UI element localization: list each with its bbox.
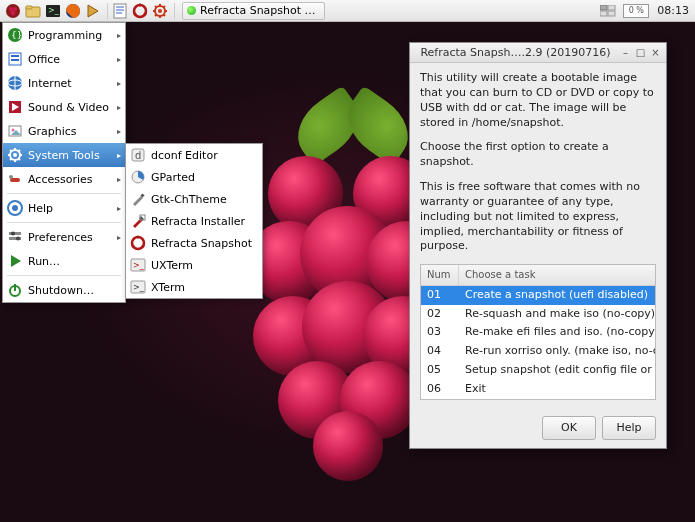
dialog-titlebar[interactable]: Refracta Snapsh….2.9 (20190716) – □ × (410, 43, 666, 63)
minimize-button[interactable]: – (619, 46, 632, 59)
svg-point-16 (134, 12, 137, 15)
menu-item-label: Accessories (28, 173, 112, 186)
submenu-arrow-icon: ▸ (117, 175, 121, 184)
app-menu-icon[interactable] (4, 2, 22, 20)
svg-point-18 (158, 9, 162, 13)
clock[interactable]: 08:13 (653, 4, 689, 17)
submenu-arrow-icon: ▸ (117, 127, 121, 136)
submenu-arrow-icon: ▸ (117, 55, 121, 64)
text-editor-icon[interactable] (111, 2, 129, 20)
menu-item-office[interactable]: Office▸ (3, 47, 125, 71)
menu-item-shutdown[interactable]: Shutdown… (3, 278, 125, 302)
graphics-icon (7, 123, 23, 139)
task-row[interactable]: 06Exit (421, 380, 655, 399)
geany-icon[interactable] (84, 2, 102, 20)
menu-item-preferences[interactable]: Preferences▸ (3, 225, 125, 249)
dialog-paragraph-2: Choose the first option to create a snap… (420, 140, 656, 170)
menu-item-graphics[interactable]: Graphics▸ (3, 119, 125, 143)
task-row[interactable]: 01Create a snapshot (uefi disabled) (421, 286, 655, 305)
svg-text:{}: {} (11, 30, 22, 40)
submenu-item-refracta-snapshot[interactable]: Refracta Snapshot (126, 232, 262, 254)
office-icon (7, 51, 23, 67)
task-label: Re-make efi files and iso. (no-copy) (ue… (459, 323, 655, 342)
svg-text:>_: >_ (133, 261, 145, 270)
menu-item-label: Graphics (28, 125, 112, 138)
svg-point-55 (137, 236, 140, 239)
submenu-arrow-icon: ▸ (117, 79, 121, 88)
task-row[interactable]: 05Setup snapshot (edit config file or ex… (421, 361, 655, 380)
task-num: 02 (421, 305, 459, 324)
svg-point-3 (11, 10, 16, 15)
menu-item-programming[interactable]: {}Programming▸ (3, 23, 125, 47)
task-label: Refracta Snapshot … (200, 4, 316, 17)
preferences-icon (7, 229, 23, 245)
column-num[interactable]: Num (421, 265, 459, 285)
task-label: Re-run xorriso only. (make iso, no-copy,… (459, 342, 655, 361)
maximize-button[interactable]: □ (634, 46, 647, 59)
task-row[interactable]: 04Re-run xorriso only. (make iso, no-cop… (421, 342, 655, 361)
menu-item-internet[interactable]: Internet▸ (3, 71, 125, 95)
svg-text:>_: >_ (133, 283, 145, 292)
dialog-paragraph-1: This utility will create a bootable imag… (420, 71, 656, 130)
task-label: Create a snapshot (uefi disabled) (459, 286, 655, 305)
ok-button[interactable]: OK (542, 416, 596, 440)
menu-item-help[interactable]: Help▸ (3, 196, 125, 220)
submenu-item-xterm[interactable]: >_XTerm (126, 276, 262, 298)
svg-rect-39 (9, 175, 13, 179)
menu-item-sound-video[interactable]: Sound & Video▸ (3, 95, 125, 119)
task-label: Re-squash and make iso (no-copy) (459, 305, 655, 324)
cpu-monitor[interactable]: 0 % (623, 4, 649, 18)
menu-item-label: Help (28, 202, 112, 215)
task-status-dot (187, 6, 196, 15)
svg-point-15 (144, 12, 147, 15)
submenu-arrow-icon: ▸ (117, 103, 121, 112)
submenu-item-label: Refracta Snapshot (151, 237, 258, 250)
submenu-item-refracta-installer[interactable]: Refracta Installer (126, 210, 262, 232)
internet-icon (7, 75, 23, 91)
submenu-item-uxterm[interactable]: >_UXTerm (126, 254, 262, 276)
help-button[interactable]: Help (602, 416, 656, 440)
refracta-taskbar-icon[interactable] (131, 2, 149, 20)
terminal-icon[interactable]: >_ (44, 2, 62, 20)
file-manager-icon[interactable] (24, 2, 42, 20)
menu-item-label: Run… (28, 255, 121, 268)
menu-separator (7, 222, 121, 223)
svg-point-45 (16, 237, 20, 241)
menu-separator (7, 275, 121, 276)
help-icon (7, 200, 23, 216)
menu-item-label: System Tools (28, 149, 112, 162)
accessories-icon (7, 171, 23, 187)
sound-video-icon (7, 99, 23, 115)
menu-item-label: Preferences (28, 231, 112, 244)
refracta-installer-icon (130, 213, 146, 229)
menu-item-run[interactable]: Run… (3, 249, 125, 273)
firefox-icon[interactable] (64, 2, 82, 20)
task-num: 01 (421, 286, 459, 305)
submenu-item-label: XTerm (151, 281, 258, 294)
task-num: 04 (421, 342, 459, 361)
pager-icon[interactable] (599, 2, 617, 20)
menu-item-accessories[interactable]: Accessories▸ (3, 167, 125, 191)
submenu-item-dconf-editor[interactable]: ddconf Editor (126, 144, 262, 166)
system-tools-submenu: ddconf EditorGPartedGtk-ChThemeRefracta … (125, 143, 263, 299)
settings-icon[interactable] (151, 2, 169, 20)
menu-item-label: Sound & Video (28, 101, 112, 114)
taskbar-task-refracta[interactable]: Refracta Snapshot … (182, 2, 325, 20)
task-row[interactable]: 03Re-make efi files and iso. (no-copy) (… (421, 323, 655, 342)
svg-marker-46 (11, 255, 21, 267)
svg-point-56 (142, 245, 145, 248)
menu-item-system-tools[interactable]: System Tools▸ (3, 143, 125, 167)
task-list-header: Num Choose a task (421, 265, 655, 286)
column-task[interactable]: Choose a task (459, 265, 655, 285)
svg-rect-26 (11, 55, 19, 57)
svg-point-14 (139, 3, 142, 6)
svg-point-57 (132, 245, 135, 248)
system-tools-icon (7, 147, 23, 163)
submenu-item-gtk-chtheme[interactable]: Gtk-ChTheme (126, 188, 262, 210)
close-button[interactable]: × (649, 46, 662, 59)
menu-item-label: Internet (28, 77, 112, 90)
task-row[interactable]: 02Re-squash and make iso (no-copy) (421, 305, 655, 324)
gparted-icon (130, 169, 146, 185)
dconf-editor-icon: d (130, 147, 146, 163)
submenu-item-gparted[interactable]: GParted (126, 166, 262, 188)
